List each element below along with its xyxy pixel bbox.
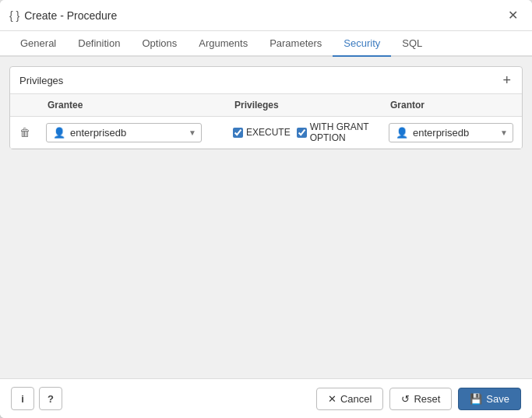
with-grant-option-checkbox-label[interactable]: WITH GRANT OPTION	[297, 121, 376, 143]
grantor-select[interactable]: enterprisedb	[411, 124, 495, 142]
grantee-cell: 👤 enterprisedb ▼	[40, 117, 227, 149]
table-header: Grantee Privileges Grantor	[10, 94, 522, 117]
procedure-icon: { }	[9, 9, 19, 22]
privileges-cell: EXECUTE WITH GRANT OPTION	[227, 117, 382, 149]
footer: i ? ✕ Cancel ↺ Reset 💾 Save	[0, 378, 532, 418]
with-grant-option-checkbox[interactable]	[297, 128, 307, 138]
reset-button[interactable]: ↺ Reset	[389, 388, 452, 410]
tab-definition[interactable]: Definition	[67, 31, 131, 57]
tab-sql[interactable]: SQL	[391, 31, 433, 57]
reset-icon: ↺	[401, 393, 410, 405]
col-grantee-header: Grantee	[40, 94, 227, 117]
tab-parameters[interactable]: Parameters	[259, 31, 333, 57]
col-privileges-header: Privileges	[227, 94, 382, 117]
reset-label: Reset	[414, 393, 440, 405]
save-label: Save	[486, 393, 509, 405]
privileges-table: Grantee Privileges Grantor 🗑 👤	[10, 94, 522, 149]
add-privilege-button[interactable]: +	[501, 73, 513, 87]
col-actions	[10, 94, 40, 117]
tab-bar: General Definition Options Arguments Par…	[0, 31, 532, 57]
grantor-user-icon: 👤	[389, 127, 411, 139]
save-icon: 💾	[470, 393, 482, 405]
dialog-title: Create - Procedure	[24, 9, 117, 22]
row-delete-cell: 🗑	[10, 117, 40, 149]
info-button[interactable]: i	[11, 387, 34, 410]
col-grantor-header: Grantor	[382, 94, 522, 117]
help-button[interactable]: ?	[39, 387, 62, 410]
grantor-select-wrapper: 👤 enterprisedb ▼	[389, 123, 513, 142]
with-grant-option-label: WITH GRANT OPTION	[310, 121, 376, 143]
tab-security[interactable]: Security	[333, 31, 391, 57]
execute-checkbox[interactable]	[233, 128, 243, 138]
privileges-checkboxes: EXECUTE WITH GRANT OPTION	[233, 121, 376, 143]
grantee-dropdown-arrow: ▼	[184, 128, 201, 137]
main-content: Privileges + Grantee Privileges Grantor …	[0, 57, 532, 378]
execute-checkbox-label[interactable]: EXECUTE	[233, 127, 291, 138]
save-button[interactable]: 💾 Save	[458, 388, 521, 410]
grantor-cell: 👤 enterprisedb ▼	[382, 117, 522, 149]
grantee-select[interactable]: enterprisedb	[69, 124, 184, 142]
cancel-button[interactable]: ✕ Cancel	[316, 388, 383, 410]
privileges-section: Privileges + Grantee Privileges Grantor …	[9, 66, 523, 149]
create-procedure-dialog: { } Create - Procedure ✕ General Definit…	[0, 0, 532, 418]
grantor-dropdown-arrow: ▼	[495, 128, 513, 137]
table-row: 🗑 👤 enterprisedb ▼	[10, 117, 522, 149]
cancel-label: Cancel	[340, 393, 372, 405]
section-header: Privileges +	[10, 67, 522, 94]
close-button[interactable]: ✕	[503, 6, 523, 24]
tab-options[interactable]: Options	[131, 31, 188, 57]
section-title: Privileges	[19, 75, 63, 86]
cancel-icon: ✕	[328, 393, 336, 405]
footer-right: ✕ Cancel ↺ Reset 💾 Save	[316, 388, 521, 410]
grantee-user-icon: 👤	[47, 127, 69, 139]
delete-row-button[interactable]: 🗑	[16, 125, 33, 140]
grantee-select-wrapper: 👤 enterprisedb ▼	[46, 123, 202, 142]
footer-left: i ?	[11, 387, 62, 410]
execute-label: EXECUTE	[246, 127, 291, 138]
tab-general[interactable]: General	[9, 31, 67, 57]
title-bar: { } Create - Procedure ✕	[0, 0, 532, 31]
tab-arguments[interactable]: Arguments	[188, 31, 259, 57]
